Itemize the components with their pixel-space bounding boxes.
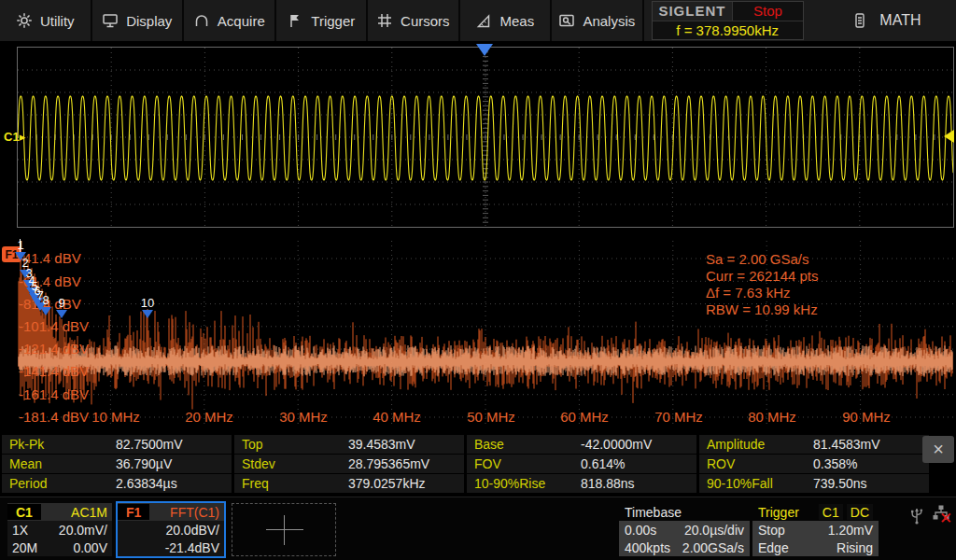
- frequency-counter: f = 378.9950kHz: [653, 21, 803, 40]
- measurement-label: Amplitude: [699, 435, 813, 454]
- trigger-level: 1.20mV: [828, 523, 873, 538]
- trigger-type: Edge: [758, 540, 789, 555]
- measurement-column: Top 39.4583mV Stdev 28.795365mV Freq 379…: [234, 435, 464, 493]
- triangle-ruler-icon: [475, 12, 492, 29]
- clipboard-icon: [851, 12, 868, 29]
- measurement-column: Amplitude 81.4583mV ROV 0.358% 90-10%Fal…: [699, 435, 929, 493]
- trigger-level-icon[interactable]: [944, 130, 954, 143]
- axis-tick-label: 70 MHz: [654, 409, 703, 425]
- axis-tick-label: 50 MHz: [467, 409, 515, 425]
- menu-item-analysis[interactable]: Analysis: [552, 0, 644, 41]
- peak-marker-number: 1: [17, 238, 23, 252]
- time-per-div: 20.0µs/div: [684, 523, 744, 538]
- measurement-value: 39.4583mV: [348, 435, 464, 454]
- axis-tick-label: -141.4 dBV: [19, 363, 89, 380]
- measurement-value: -42.0000mV: [581, 435, 696, 454]
- peak-marker-number: 8: [42, 293, 49, 307]
- fft-ref-level: -21.4dBV: [165, 540, 219, 555]
- menu-item-label: Meas: [499, 13, 534, 29]
- channel-c1-box[interactable]: C1 AC1M 1X 20.0mV/ 20M 0.00V: [7, 503, 112, 556]
- timebase-title: Timebase: [625, 505, 682, 520]
- math-function: FFT(C1): [170, 505, 224, 520]
- axis-tick-label: 90 MHz: [842, 409, 891, 425]
- acquire-icon: [193, 12, 210, 29]
- probe-ratio: 1X: [12, 523, 28, 538]
- axis-tick-label: -121.4 dBV: [19, 341, 89, 357]
- axis-tick-label: 10 MHz: [91, 409, 140, 425]
- timebase-box[interactable]: Timebase 0.00s 20.0µs/div 400kpts 2.00GS…: [619, 503, 750, 556]
- peak-marker-icon: [40, 307, 51, 315]
- flag-icon: [287, 12, 303, 29]
- measurement-label: Mean: [2, 455, 116, 473]
- menu-item-label: Display: [126, 13, 172, 29]
- fft-sample-rate: Sa = 2.00 GSa/s: [706, 251, 809, 267]
- cursors-icon: [376, 12, 393, 29]
- sample-rate: 2.00GSa/s: [682, 540, 744, 555]
- menu-item-label: MATH: [879, 12, 921, 29]
- magnifier-box-icon: [558, 12, 575, 29]
- fft-current-points: Curr = 262144 pts: [706, 268, 819, 284]
- menu-item-label: Utility: [40, 13, 75, 29]
- usb-icon: [908, 505, 925, 529]
- trigger-position-icon[interactable]: [476, 44, 493, 56]
- menu-item-utility[interactable]: Utility: [0, 0, 92, 41]
- menu-item-cursors[interactable]: Cursors: [368, 0, 460, 41]
- measurement-value: 818.88ns: [581, 474, 696, 493]
- close-icon[interactable]: ×: [922, 436, 954, 463]
- menu-item-label: Acquire: [218, 13, 265, 29]
- axis-tick-label: 40 MHz: [373, 409, 421, 425]
- axis-tick-label: -101.4 dBV: [19, 318, 89, 335]
- menu-item-display[interactable]: Display: [92, 0, 185, 41]
- gear-icon: [16, 12, 33, 29]
- measurement-table: Pk-Pk 82.7500mV Mean 36.790µV Period 2.6…: [2, 435, 932, 493]
- channel-offset: 0.00V: [73, 540, 107, 555]
- axis-tick-label: 60 MHz: [560, 409, 609, 425]
- add-trace-slot[interactable]: [232, 503, 336, 556]
- measurement-label: ROV: [699, 455, 813, 473]
- trigger-coupling-chip: DC: [847, 504, 873, 520]
- measurement-column: Base -42.0000mV FOV 0.614% 10-90%Rise 81…: [467, 435, 696, 493]
- measurement-column: Pk-Pk 82.7500mV Mean 36.790µV Period 2.6…: [2, 435, 232, 493]
- channel-position-marker[interactable]: C1▸: [4, 130, 25, 144]
- peak-marker-number: 9: [58, 296, 64, 310]
- coupling-label: AC1M: [71, 505, 112, 520]
- menu-item-math[interactable]: MATH: [817, 0, 956, 41]
- trigger-title: Trigger: [758, 505, 799, 520]
- peak-marker-icon: [142, 310, 153, 318]
- measurement-value: 379.0257kHz: [348, 474, 464, 493]
- axis-tick-label: -181.4 dBV: [19, 409, 89, 426]
- axis-tick-label: -161.4 dBV: [19, 386, 89, 403]
- menu-item-trigger[interactable]: Trigger: [276, 0, 369, 41]
- menu-item-label: Analysis: [583, 13, 635, 29]
- measurement-value: 82.7500mV: [116, 435, 232, 454]
- trigger-source-chip: C1: [819, 504, 843, 520]
- math-f1-box[interactable]: F1 FFT(C1) 20.0dBV/ -21.4dBV: [116, 501, 226, 558]
- plus-icon: [266, 529, 303, 530]
- status-box: SIGLENT Stop f = 378.9950kHz: [652, 1, 804, 40]
- measurement-label: Top: [234, 435, 348, 454]
- channel-chip: C1: [7, 504, 41, 520]
- axis-tick-label: 30 MHz: [279, 409, 328, 425]
- menu-item-acquire[interactable]: Acquire: [184, 0, 276, 41]
- fft-delta-f: Δf = 7.63 kHz: [706, 285, 790, 301]
- fft-scale: 20.0dBV/: [165, 523, 219, 538]
- menu-bar: Utility Display Acquire Trigger: [0, 0, 956, 43]
- timebase-delay: 0.00s: [625, 523, 656, 538]
- measurement-value: 81.4583mV: [813, 435, 929, 454]
- measurement-label: Stdev: [234, 455, 348, 473]
- plus-icon: [284, 515, 285, 545]
- measurement-value: 0.614%: [581, 455, 696, 473]
- measurement-label: Base: [467, 435, 581, 454]
- measurement-value: 0.358%: [813, 455, 929, 473]
- acquisition-status-badge: Stop: [732, 2, 803, 21]
- measurement-label: Period: [2, 474, 116, 493]
- trigger-box[interactable]: Trigger C1 DC Stop 1.20mV Edge Rising: [752, 503, 879, 556]
- bottom-status-bar: C1 AC1M 1X 20.0mV/ 20M 0.00V F1 FFT(C1) …: [0, 497, 956, 560]
- memory-depth: 400kpts: [625, 540, 670, 555]
- waveform-display-area[interactable]: [17, 47, 954, 228]
- measurement-value: 739.50ns: [813, 474, 929, 493]
- menu-item-meas[interactable]: Meas: [460, 0, 553, 41]
- measurement-value: 2.63834µs: [116, 474, 232, 493]
- peak-marker-stem: [20, 239, 21, 252]
- measurement-label: Freq: [234, 474, 348, 493]
